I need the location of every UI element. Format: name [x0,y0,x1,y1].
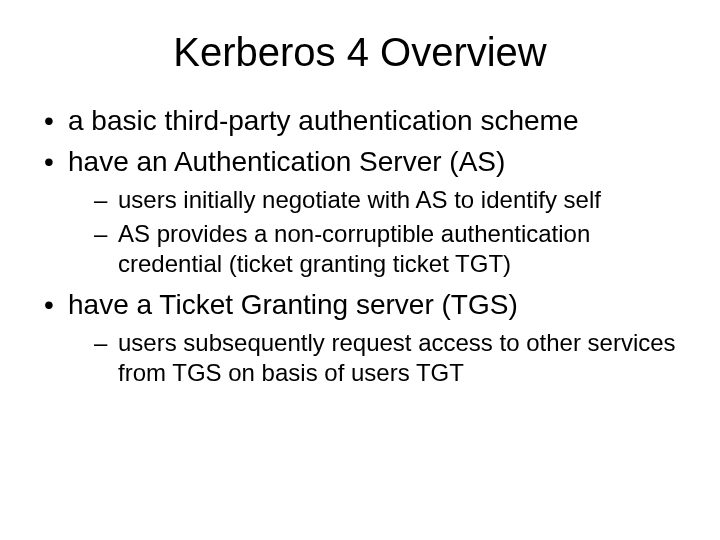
sub-bullet-text: users initially negotiate with AS to ide… [118,186,601,213]
slide-title: Kerberos 4 Overview [40,30,680,75]
sub-bullet-text: users subsequently request access to oth… [118,329,676,386]
sub-bullet-list: users initially negotiate with AS to ide… [68,185,680,279]
bullet-list: a basic third-party authentication schem… [40,103,680,388]
bullet-text: have an Authentication Server (AS) [68,146,505,177]
sub-list-item: AS provides a non-corruptible authentica… [68,219,680,279]
sub-list-item: users initially negotiate with AS to ide… [68,185,680,215]
list-item: have an Authentication Server (AS) users… [40,144,680,279]
list-item: a basic third-party authentication schem… [40,103,680,138]
sub-bullet-text: AS provides a non-corruptible authentica… [118,220,590,277]
bullet-text: have a Ticket Granting server (TGS) [68,289,518,320]
slide: Kerberos 4 Overview a basic third-party … [0,0,720,540]
list-item: have a Ticket Granting server (TGS) user… [40,287,680,388]
sub-bullet-list: users subsequently request access to oth… [68,328,680,388]
sub-list-item: users subsequently request access to oth… [68,328,680,388]
bullet-text: a basic third-party authentication schem… [68,105,579,136]
